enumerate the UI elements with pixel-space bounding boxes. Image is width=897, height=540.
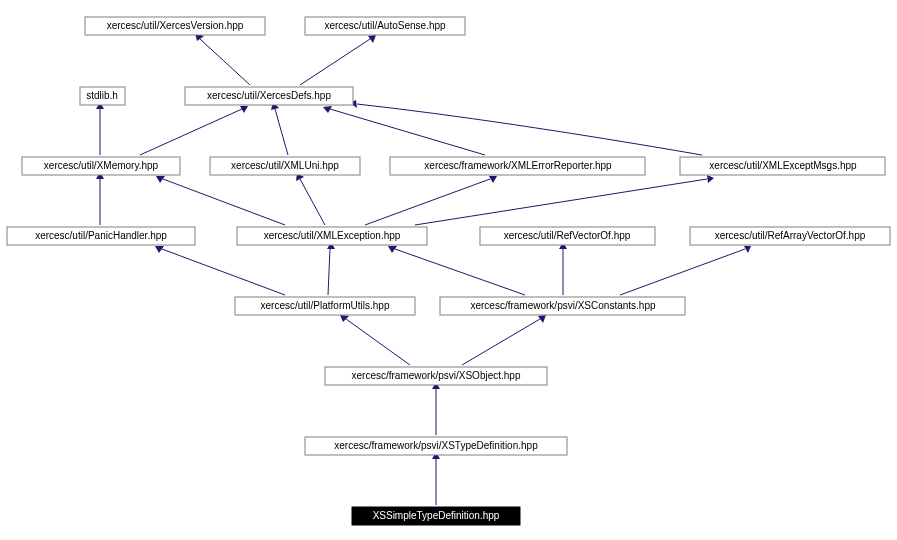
svg-text:xercesc/util/AutoSense.hpp: xercesc/util/AutoSense.hpp: [324, 20, 446, 31]
node-xsobject[interactable]: xercesc/framework/psvi/XSObject.hpp: [325, 367, 547, 385]
node-autosense[interactable]: xercesc/util/AutoSense.hpp: [305, 17, 465, 35]
svg-text:stdlib.h: stdlib.h: [86, 90, 118, 101]
node-version[interactable]: xercesc/util/XercesVersion.hpp: [85, 17, 265, 35]
node-platform[interactable]: xercesc/util/PlatformUtils.hpp: [235, 297, 415, 315]
node-refvec[interactable]: xercesc/util/RefVectorOf.hpp: [480, 227, 655, 245]
svg-line-20: [163, 179, 285, 225]
svg-line-39: [300, 39, 370, 85]
svg-text:xercesc/util/XMLExceptMsgs.hpp: xercesc/util/XMLExceptMsgs.hpp: [709, 160, 857, 171]
svg-line-34: [330, 109, 485, 155]
node-errrep[interactable]: xercesc/framework/XMLErrorReporter.hpp: [390, 157, 645, 175]
svg-text:xercesc/util/PlatformUtils.hpp: xercesc/util/PlatformUtils.hpp: [261, 300, 390, 311]
svg-marker-5: [340, 315, 349, 322]
svg-line-4: [346, 319, 410, 365]
svg-marker-25: [489, 176, 497, 183]
svg-text:xercesc/framework/psvi/XSObjec: xercesc/framework/psvi/XSObject.hpp: [352, 370, 521, 381]
svg-line-12: [395, 249, 525, 295]
svg-line-30: [140, 109, 242, 155]
node-stdlib[interactable]: stdlib.h: [80, 87, 125, 105]
svg-line-37: [200, 39, 250, 85]
node-xmem[interactable]: xercesc/util/XMemory.hpp: [22, 157, 180, 175]
node-xsconst[interactable]: xercesc/framework/psvi/XSConstants.hpp: [440, 297, 685, 315]
svg-text:xercesc/framework/psvi/XSConst: xercesc/framework/psvi/XSConstants.hpp: [470, 300, 656, 311]
svg-line-6: [462, 319, 540, 365]
svg-text:xercesc/util/PanicHandler.hpp: xercesc/util/PanicHandler.hpp: [35, 230, 167, 241]
node-panic[interactable]: xercesc/util/PanicHandler.hpp: [7, 227, 195, 245]
svg-text:xercesc/framework/XMLErrorRepo: xercesc/framework/XMLErrorReporter.hpp: [424, 160, 612, 171]
node-xmlexc[interactable]: xercesc/util/XMLException.hpp: [237, 227, 427, 245]
svg-text:xercesc/util/RefVectorOf.hpp: xercesc/util/RefVectorOf.hpp: [504, 230, 631, 241]
svg-line-10: [328, 249, 330, 295]
svg-text:xercesc/util/XercesDefs.hpp: xercesc/util/XercesDefs.hpp: [207, 90, 331, 101]
svg-line-26: [415, 179, 707, 225]
svg-marker-27: [707, 175, 714, 183]
node-excmsg[interactable]: xercesc/util/XMLExceptMsgs.hpp: [680, 157, 885, 175]
svg-text:xercesc/util/XMLException.hpp: xercesc/util/XMLException.hpp: [264, 230, 401, 241]
node-xercdefs[interactable]: xercesc/util/XercesDefs.hpp: [185, 87, 353, 105]
dependency-graph: xercesc/util/XercesVersion.hpp xercesc/u…: [0, 0, 897, 540]
svg-text:xercesc/util/XMemory.hpp: xercesc/util/XMemory.hpp: [44, 160, 159, 171]
svg-text:xercesc/util/XMLUni.hpp: xercesc/util/XMLUni.hpp: [231, 160, 339, 171]
svg-line-32: [275, 109, 288, 155]
svg-line-8: [162, 249, 285, 295]
node-refarr[interactable]: xercesc/util/RefArrayVectorOf.hpp: [690, 227, 890, 245]
svg-text:XSSimpleTypeDefinition.hpp: XSSimpleTypeDefinition.hpp: [373, 510, 500, 521]
svg-text:xercesc/util/XercesVersion.hpp: xercesc/util/XercesVersion.hpp: [107, 20, 244, 31]
svg-text:xercesc/framework/psvi/XSTypeD: xercesc/framework/psvi/XSTypeDefinition.…: [334, 440, 538, 451]
node-xmluni[interactable]: xercesc/util/XMLUni.hpp: [210, 157, 360, 175]
node-root[interactable]: XSSimpleTypeDefinition.hpp: [352, 507, 520, 525]
svg-line-24: [365, 179, 490, 225]
svg-line-16: [620, 249, 745, 295]
node-typedef[interactable]: xercesc/framework/psvi/XSTypeDefinition.…: [305, 437, 567, 455]
svg-text:xercesc/util/RefArrayVectorOf.: xercesc/util/RefArrayVectorOf.hpp: [715, 230, 866, 241]
svg-line-22: [300, 179, 325, 225]
